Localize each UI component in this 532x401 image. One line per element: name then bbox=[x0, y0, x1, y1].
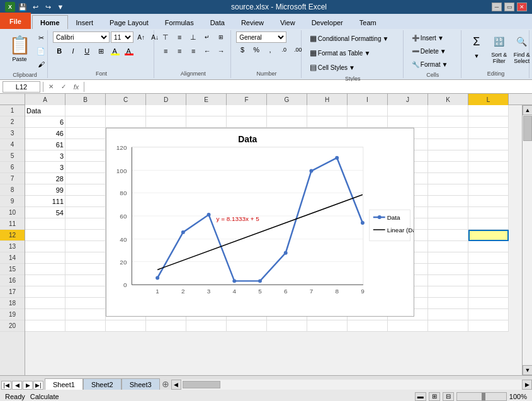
col-header-H[interactable]: H bbox=[307, 94, 348, 105]
cell-A2[interactable]: 6 bbox=[25, 116, 65, 128]
format-table-dropdown[interactable]: ▼ bbox=[364, 50, 370, 57]
minimize-btn[interactable]: ─ bbox=[492, 3, 502, 11]
cell-K4[interactable] bbox=[428, 139, 468, 150]
cut-button[interactable]: ✂ bbox=[34, 31, 48, 44]
cell-A7[interactable]: 28 bbox=[25, 173, 65, 184]
cell-L4[interactable] bbox=[468, 139, 509, 150]
fill-color-button[interactable]: A bbox=[108, 45, 121, 57]
undo-quick-btn[interactable]: ↩ bbox=[30, 1, 41, 13]
tab-insert[interactable]: Insert bbox=[68, 15, 102, 29]
row-header-3[interactable]: 3 bbox=[0, 128, 25, 139]
cell-K5[interactable] bbox=[428, 150, 468, 162]
cell-L3[interactable] bbox=[468, 128, 509, 139]
row-header-6[interactable]: 6 bbox=[0, 162, 25, 173]
cell-reference-box[interactable] bbox=[3, 81, 40, 93]
indent-increase-btn[interactable]: → bbox=[215, 45, 227, 57]
cell-F2[interactable] bbox=[227, 116, 267, 128]
cell-C2[interactable] bbox=[106, 116, 146, 128]
bold-button[interactable]: B bbox=[53, 45, 65, 57]
cell-K15[interactable] bbox=[428, 264, 468, 275]
row-header-5[interactable]: 5 bbox=[0, 150, 25, 162]
cell-C1[interactable] bbox=[106, 105, 146, 116]
col-header-L[interactable]: L bbox=[468, 94, 509, 105]
redo-quick-btn[interactable]: ↪ bbox=[42, 1, 54, 13]
page-layout-btn[interactable]: ⊞ bbox=[429, 392, 440, 401]
horizontal-scrollbar[interactable]: ◀ ▶ bbox=[171, 380, 532, 390]
cell-L14[interactable] bbox=[468, 252, 509, 264]
cell-L10[interactable] bbox=[468, 207, 509, 218]
cell-K7[interactable] bbox=[428, 173, 468, 184]
row-header-20[interactable]: 20 bbox=[0, 320, 25, 332]
cell-K8[interactable] bbox=[428, 184, 468, 196]
merge-btn[interactable]: ⊞ bbox=[215, 31, 227, 43]
sheet-last-btn[interactable]: ▶| bbox=[33, 381, 43, 390]
sheet-prev-btn[interactable]: ◀ bbox=[12, 381, 22, 390]
cell-K12[interactable] bbox=[428, 230, 468, 241]
col-header-J[interactable]: J bbox=[388, 94, 428, 105]
cell-K10[interactable] bbox=[428, 207, 468, 218]
cell-styles-button[interactable]: ▤ Cell Styles ▼ bbox=[307, 60, 358, 74]
cell-L8[interactable] bbox=[468, 184, 509, 196]
align-bottom-btn[interactable]: ⊥ bbox=[187, 31, 200, 43]
cell-J2[interactable] bbox=[388, 116, 428, 128]
cell-A6[interactable]: 3 bbox=[25, 162, 65, 173]
col-header-C[interactable]: C bbox=[106, 94, 146, 105]
cell-A17[interactable] bbox=[25, 286, 65, 298]
add-sheet-button[interactable]: ⊕ bbox=[160, 378, 171, 390]
row-header-9[interactable]: 9 bbox=[0, 196, 25, 207]
cell-B2[interactable] bbox=[65, 116, 106, 128]
cell-A15[interactable] bbox=[25, 264, 65, 275]
insert-button[interactable]: ➕ Insert ▼ bbox=[409, 31, 447, 44]
format-painter-button[interactable]: 🖌 bbox=[34, 58, 48, 71]
number-format-select[interactable]: General bbox=[236, 31, 286, 43]
cell-B11[interactable] bbox=[65, 218, 106, 230]
cell-A4[interactable]: 61 bbox=[25, 139, 65, 150]
scroll-down-btn[interactable]: ▼ bbox=[523, 365, 532, 375]
tab-home[interactable]: Home bbox=[32, 15, 68, 29]
delete-dropdown[interactable]: ▼ bbox=[440, 48, 446, 55]
conditional-formatting-button[interactable]: ▦ Conditional Formatting ▼ bbox=[307, 31, 392, 45]
format-button[interactable]: 🔧 Format ▼ bbox=[409, 58, 451, 71]
chart-container[interactable]: Data 0 20 40 60 bbox=[106, 128, 414, 317]
tab-file[interactable]: File bbox=[0, 13, 31, 29]
row-header-8[interactable]: 8 bbox=[0, 184, 25, 196]
cell-B13[interactable] bbox=[65, 241, 106, 252]
cell-L5[interactable] bbox=[468, 150, 509, 162]
cancel-formula-btn[interactable]: ✕ bbox=[46, 82, 56, 92]
col-header-E[interactable]: E bbox=[186, 94, 227, 105]
align-right-btn[interactable]: ≡ bbox=[187, 45, 200, 57]
percent-btn[interactable]: % bbox=[250, 44, 263, 55]
cell-L1[interactable] bbox=[468, 105, 509, 116]
cell-K11[interactable] bbox=[428, 218, 468, 230]
cell-B9[interactable] bbox=[65, 196, 106, 207]
row-header-2[interactable]: 2 bbox=[0, 116, 25, 128]
cell-I1[interactable] bbox=[348, 105, 388, 116]
cell-D1[interactable] bbox=[146, 105, 186, 116]
scroll-track-horizontal[interactable] bbox=[181, 380, 522, 389]
scroll-track-vertical[interactable] bbox=[523, 115, 532, 365]
cell-K6[interactable] bbox=[428, 162, 468, 173]
col-header-A[interactable]: A bbox=[25, 94, 65, 105]
row-header-16[interactable]: 16 bbox=[0, 275, 25, 286]
cell-K13[interactable] bbox=[428, 241, 468, 252]
confirm-formula-btn[interactable]: ✓ bbox=[59, 82, 69, 92]
tab-page-layout[interactable]: Page Layout bbox=[101, 15, 157, 29]
format-table-button[interactable]: ▦ Format as Table ▼ bbox=[307, 46, 373, 60]
delete-button[interactable]: ➖ Delete ▼ bbox=[409, 45, 450, 57]
tab-team[interactable]: Team bbox=[351, 15, 385, 29]
currency-btn[interactable]: $ bbox=[236, 44, 249, 55]
row-header-17[interactable]: 17 bbox=[0, 286, 25, 298]
autosum-button[interactable]: Σ bbox=[467, 31, 487, 52]
page-break-btn[interactable]: ⊟ bbox=[443, 392, 454, 401]
cell-A20[interactable] bbox=[25, 320, 65, 332]
row-header-11[interactable]: 11 bbox=[0, 218, 25, 230]
tab-developer[interactable]: Developer bbox=[303, 15, 351, 29]
cell-L15[interactable] bbox=[468, 264, 509, 275]
copy-button[interactable]: 📄 bbox=[34, 45, 48, 57]
cell-B6[interactable] bbox=[65, 162, 106, 173]
font-size-select[interactable]: 11 bbox=[111, 31, 133, 43]
cell-B10[interactable] bbox=[65, 207, 106, 218]
cell-E1[interactable] bbox=[186, 105, 227, 116]
increase-font-btn[interactable]: A↑ bbox=[135, 31, 147, 43]
tab-formulas[interactable]: Formulas bbox=[157, 15, 202, 29]
